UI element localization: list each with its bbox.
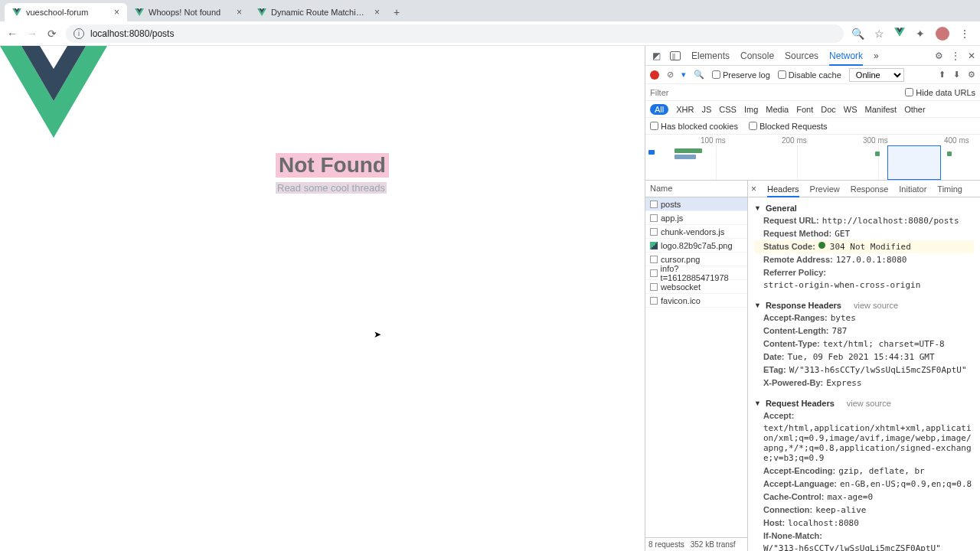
type-manifest[interactable]: Manifest: [865, 105, 897, 114]
menu-icon[interactable]: ⋮: [951, 51, 960, 61]
request-row[interactable]: favicon.ico: [645, 294, 747, 308]
header-key: Accept:: [763, 411, 794, 420]
header-key: If-None-Match:: [763, 531, 822, 540]
url-input[interactable]: i localhost:8080/posts: [66, 24, 844, 43]
cursor-icon: ➤: [374, 329, 381, 340]
page-heading: Not Found: [276, 153, 389, 178]
request-name: posts: [661, 200, 681, 209]
browser-tab[interactable]: vueschool-forum ×: [5, 3, 127, 21]
blocked-cookies-label: Has blocked cookies: [661, 122, 738, 131]
header-value: text/html; charset=UTF-8: [823, 339, 945, 349]
tab-timing[interactable]: Timing: [937, 184, 962, 194]
bookmark-icon[interactable]: ☆: [873, 28, 885, 40]
record-icon[interactable]: [650, 70, 659, 80]
overview-selection[interactable]: [887, 145, 941, 180]
type-media[interactable]: Media: [766, 105, 789, 114]
site-info-icon[interactable]: i: [74, 28, 84, 39]
export-icon[interactable]: ⬇: [953, 70, 960, 80]
tab-preview[interactable]: Preview: [810, 184, 840, 194]
settings-icon[interactable]: ⚙: [935, 51, 943, 61]
blocked-requests-checkbox[interactable]: Blocked Requests: [749, 122, 828, 131]
file-icon: [650, 256, 658, 263]
hide-data-urls-checkbox[interactable]: Hide data URLs: [905, 88, 975, 97]
close-icon[interactable]: ✕: [968, 51, 975, 61]
blocked-cookies-checkbox[interactable]: Has blocked cookies: [650, 122, 738, 131]
clear-icon[interactable]: ⊘: [667, 70, 674, 80]
devtools-tabs: ◩ Elements Console Sources Network » ⚙ ⋮…: [645, 46, 980, 66]
type-ws[interactable]: WS: [844, 105, 858, 114]
tab-sources[interactable]: Sources: [785, 51, 818, 61]
forward-icon[interactable]: →: [26, 28, 38, 40]
url-text: localhost:8080/posts: [90, 28, 174, 39]
header-key: Content-Length:: [763, 326, 829, 336]
tab-initiator[interactable]: Initiator: [899, 184, 926, 194]
search-icon[interactable]: 🔍: [851, 28, 864, 40]
request-name: app.js: [661, 214, 683, 223]
file-icon: [650, 228, 658, 236]
page-subtitle-link[interactable]: Read some cool threads: [276, 182, 387, 194]
preserve-log-checkbox[interactable]: Preserve log: [712, 70, 770, 80]
request-name: websocket: [661, 282, 701, 292]
device-toolbar-icon[interactable]: [670, 51, 681, 60]
network-overview[interactable]: 100 ms 200 ms 300 ms 400 ms: [645, 135, 980, 181]
tab-response[interactable]: Response: [851, 184, 889, 194]
request-row[interactable]: chunk-vendors.js: [645, 225, 747, 239]
settings-icon[interactable]: ⚙: [968, 70, 975, 80]
section-title: General: [766, 204, 797, 213]
vue-devtools-icon[interactable]: [894, 27, 905, 41]
type-all[interactable]: All: [650, 104, 668, 115]
close-icon[interactable]: ×: [114, 7, 119, 18]
disable-cache-checkbox[interactable]: Disable cache: [778, 70, 841, 80]
header-value: en-GB,en-US;q=0.9,en;q=0.8: [840, 479, 972, 489]
section-toggle[interactable]: ▼General: [754, 204, 974, 213]
request-row[interactable]: logo.82b9c7a5.png: [645, 239, 747, 253]
back-icon[interactable]: ←: [6, 28, 18, 40]
profile-avatar[interactable]: [936, 27, 949, 41]
tab-elements[interactable]: Elements: [691, 51, 730, 61]
extensions-icon[interactable]: ✦: [914, 28, 926, 40]
header-key: Accept-Ranges:: [763, 313, 828, 323]
type-js[interactable]: JS: [701, 105, 711, 114]
overview-bar: [648, 150, 655, 155]
column-name[interactable]: Name: [645, 181, 747, 197]
tab-headers[interactable]: Headers: [767, 184, 799, 197]
request-row[interactable]: posts: [645, 197, 747, 211]
request-row[interactable]: websocket: [645, 280, 747, 294]
search-icon[interactable]: 🔍: [694, 70, 704, 80]
inspect-icon[interactable]: ◩: [650, 50, 662, 62]
throttling-select[interactable]: Online: [849, 68, 904, 82]
header-key: Accept-Language:: [763, 479, 837, 489]
view-source-link[interactable]: view source: [847, 399, 891, 408]
close-icon[interactable]: ×: [374, 7, 380, 18]
browser-tab[interactable]: Whoops! Not found ×: [127, 3, 250, 21]
vue-icon: [12, 8, 21, 17]
menu-icon[interactable]: ⋮: [959, 28, 971, 40]
section-toggle[interactable]: ▼Request Headersview source: [754, 399, 974, 408]
filter-input[interactable]: [650, 88, 711, 97]
type-other[interactable]: Other: [904, 105, 926, 114]
status-dot-icon: [818, 242, 825, 249]
header-value: W/"313-h6sCCTy/lwSsUqLi5mcZSF0AptU": [763, 543, 941, 551]
browser-tab[interactable]: Dynamic Route Matching with ×: [250, 3, 387, 21]
request-row[interactable]: info?t=1612885471978: [645, 266, 747, 280]
type-xhr[interactable]: XHR: [676, 105, 694, 114]
new-tab-button[interactable]: +: [387, 3, 406, 21]
type-css[interactable]: CSS: [719, 105, 737, 114]
view-source-link[interactable]: view source: [854, 301, 898, 310]
filter-toggle-icon[interactable]: ▾: [681, 70, 686, 80]
section-request-headers: ▼Request Headersview source Accept:text/…: [748, 393, 980, 551]
header-key: Request URL:: [763, 216, 819, 226]
close-icon[interactable]: ×: [751, 184, 756, 194]
type-doc[interactable]: Doc: [821, 105, 836, 114]
tabs-overflow-icon[interactable]: »: [874, 51, 879, 61]
import-icon[interactable]: ⬆: [939, 70, 946, 80]
tab-console[interactable]: Console: [740, 51, 774, 61]
close-icon[interactable]: ×: [237, 7, 242, 18]
type-img[interactable]: Img: [744, 105, 758, 114]
section-toggle[interactable]: ▼Response Headersview source: [754, 301, 974, 310]
reload-icon[interactable]: ⟳: [46, 28, 58, 40]
request-row[interactable]: app.js: [645, 211, 747, 225]
type-font[interactable]: Font: [796, 105, 813, 114]
overview-tick: 300 ms: [863, 136, 888, 145]
tab-network[interactable]: Network: [829, 51, 863, 66]
